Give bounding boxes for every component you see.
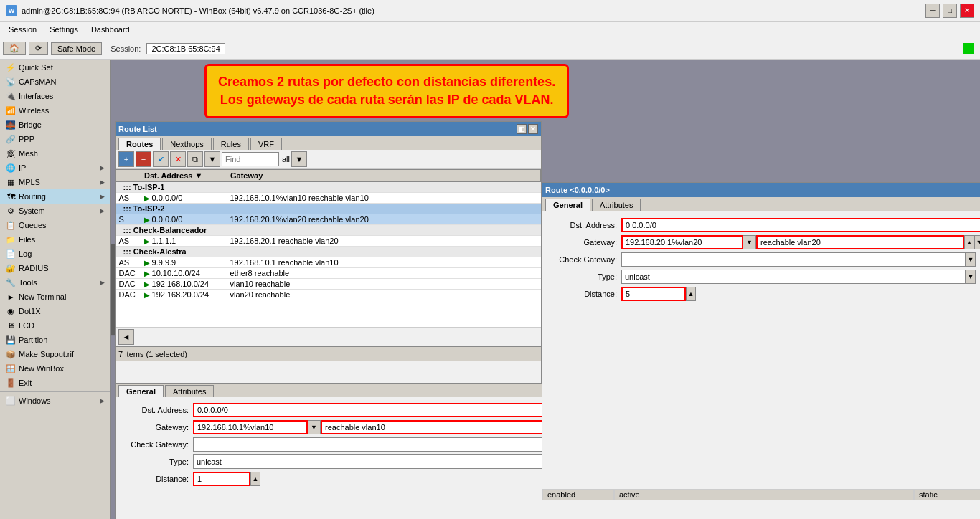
sidebar-item-queues[interactable]: 📋 Queues (0, 218, 110, 232)
table-row[interactable]: DAC ▶ 10.10.10.0/24 ether8 reachable (116, 268, 541, 279)
re-gw-extra-input[interactable] (756, 235, 964, 249)
sidebar-item-mesh[interactable]: 🕸 Mesh (0, 146, 110, 161)
sidebar-item-system[interactable]: ⚙ System ▶ (0, 204, 110, 218)
sidebar-item-wireless[interactable]: 📶 Wireless (0, 103, 110, 118)
filter-button[interactable]: ▼ (204, 151, 220, 167)
route-edit-tab-attributes[interactable]: Attributes (592, 199, 641, 211)
table-row[interactable]: DAC ▶ 192.168.10.0/24 vlan10 reachable (116, 279, 541, 290)
route-group-alestra: ::: Check-Alestra (116, 247, 541, 257)
tab-vrf[interactable]: VRF (250, 138, 282, 150)
filter-dropdown-btn[interactable]: ▼ (291, 151, 307, 167)
sidebar-label-mpls: MPLS (19, 178, 40, 186)
add-route-button[interactable]: + (118, 151, 134, 167)
bottom-distance-input[interactable] (193, 472, 250, 486)
re-dst-row: Dst. Address: ▲ (550, 218, 980, 232)
bridge-icon: 🌉 (6, 120, 16, 130)
sidebar-item-files[interactable]: 📁 Files (0, 232, 110, 247)
sidebar-item-make-supout[interactable]: 📦 Make Supout.rif (0, 347, 110, 361)
session-label: Session: (110, 44, 141, 53)
terminal-icon: ▶ (6, 292, 16, 302)
route-list-close-btn[interactable]: ✕ (528, 124, 538, 134)
table-row[interactable]: AS ▶ 1.1.1.1 192.168.20.1 reachable vlan… (116, 236, 541, 247)
sidebar-item-interfaces[interactable]: 🔌 Interfaces (0, 89, 110, 103)
content-area: Creamos 2 rutas por defecto con distanci… (111, 60, 980, 519)
re-dist-scroll-up[interactable]: ▲ (686, 287, 696, 301)
re-distance-row: Distance: ▲ (550, 287, 980, 301)
copy-route-button[interactable]: ⧉ (187, 151, 203, 167)
bottom-gw-input[interactable] (193, 420, 308, 434)
sidebar-item-exit[interactable]: 🚪 Exit (0, 376, 110, 390)
group-label-balanceador: ::: Check-Balanceador (116, 225, 541, 236)
wireless-icon: 📶 (6, 105, 16, 115)
re-dst-input[interactable] (621, 218, 980, 232)
bottom-gw-extra-input[interactable] (321, 420, 565, 434)
route-gateway: 192.168.10.1 reachable vlan10 (227, 257, 541, 268)
sidebar-item-routing[interactable]: 🗺 Routing ▶ (0, 189, 110, 204)
bottom-tab-attributes[interactable]: Attributes (165, 385, 214, 397)
table-row[interactable]: ::: To-ISP-2 (116, 204, 541, 214)
sidebar-item-partition[interactable]: 💾 Partition (0, 333, 110, 347)
sidebar-item-windows[interactable]: ⬜ Windows ▶ (0, 394, 110, 408)
sidebar-item-bridge[interactable]: 🌉 Bridge (0, 118, 110, 132)
bottom-dist-scroll-up[interactable]: ▲ (250, 472, 260, 486)
safe-mode-button[interactable]: Safe Mode (51, 42, 102, 55)
route-list-resize-btn[interactable]: ◧ (517, 124, 527, 134)
re-gw-input[interactable] (621, 235, 743, 249)
group-label-alestra: ::: Check-Alestra (116, 247, 541, 257)
sidebar-item-radius[interactable]: 🔐 RADIUS (0, 261, 110, 275)
session-value: 2C:C8:1B:65:8C:94 (146, 43, 225, 54)
re-gw-dropdown[interactable]: ▼ (743, 235, 756, 249)
re-gw-scroll-dn[interactable]: ▼ (974, 235, 980, 249)
scroll-left-btn[interactable]: ◄ (118, 329, 134, 345)
route-group-isp1: ::: To-ISP-1 (116, 182, 541, 193)
menu-session[interactable]: Session (3, 24, 42, 35)
table-row[interactable]: AS ▶ 9.9.9.9 192.168.10.1 reachable vlan… (116, 257, 541, 268)
remove-route-button[interactable]: − (136, 151, 151, 167)
refresh-button[interactable]: ⟳ (29, 42, 48, 55)
bottom-check-gw-input[interactable] (193, 437, 584, 452)
bottom-gw-label: Gateway: (121, 423, 193, 432)
sidebar-item-ip[interactable]: 🌐 IP ▶ (0, 161, 110, 175)
re-type-scroll-dn[interactable]: ▼ (966, 270, 976, 284)
sidebar-item-lcd[interactable]: 🖥 LCD (0, 318, 110, 333)
route-edit-tab-general[interactable]: General (545, 199, 590, 211)
app-icon: W (6, 5, 17, 16)
table-row[interactable]: DAC ▶ 192.168.20.0/24 vlan20 reachable (116, 290, 541, 300)
minimize-button[interactable]: ─ (925, 4, 940, 18)
bottom-tab-general[interactable]: General (118, 385, 164, 397)
re-chk-scroll-dn[interactable]: ▼ (966, 252, 976, 267)
close-button[interactable]: ✕ (960, 4, 974, 18)
re-type-input[interactable] (621, 270, 966, 284)
find-input[interactable] (222, 152, 279, 166)
bottom-gw-dropdown[interactable]: ▼ (308, 420, 321, 434)
sidebar-item-capsman[interactable]: 📡 CAPsMAN (0, 75, 110, 89)
sidebar-item-quick-set[interactable]: ⚡ Quick Set (0, 60, 110, 75)
cross-route-button[interactable]: ✕ (170, 151, 186, 167)
re-check-gw-input[interactable] (621, 252, 966, 267)
tab-routes[interactable]: Routes (118, 138, 161, 150)
sidebar-label-quick-set: Quick Set (19, 63, 53, 72)
menu-settings[interactable]: Settings (44, 24, 84, 35)
route-gateway: vlan20 reachable (227, 290, 541, 300)
check-route-button[interactable]: ✔ (153, 151, 169, 167)
sidebar-item-new-winbox[interactable]: 🪟 New WinBox (0, 361, 110, 376)
sidebar-item-log[interactable]: 📄 Log (0, 247, 110, 261)
sidebar-item-mpls[interactable]: ▦ MPLS ▶ (0, 175, 110, 189)
route-table: Dst. Address ▼ Gateway ::: To-ISP-1 AS ▶… (116, 169, 541, 327)
route-edit-status: enabled active static (542, 489, 980, 500)
sidebar-item-ppp[interactable]: 🔗 PPP (0, 132, 110, 146)
tab-rules[interactable]: Rules (213, 138, 249, 150)
table-row[interactable]: AS ▶ 0.0.0.0/0 192.168.10.1%vlan10 reach… (116, 193, 541, 204)
tab-nexthops[interactable]: Nexthops (162, 138, 211, 150)
sidebar-item-tools[interactable]: 🔧 Tools ▶ (0, 275, 110, 290)
route-edit-title-bar: Route <0.0.0.0/0> ✕ (542, 183, 980, 197)
table-row[interactable]: S ▶ 0.0.0.0/0 192.168.20.1%vlan20 reacha… (116, 214, 541, 225)
sidebar-item-dot1x[interactable]: ◉ Dot1X (0, 304, 110, 318)
menu-dashboard[interactable]: Dashboard (85, 24, 136, 35)
re-gw-scroll-up[interactable]: ▲ (964, 235, 974, 249)
re-distance-input[interactable] (621, 287, 686, 301)
sidebar-item-new-terminal[interactable]: ▶ New Terminal (0, 290, 110, 304)
bottom-type-input[interactable] (193, 454, 584, 469)
maximize-button[interactable]: □ (943, 4, 957, 18)
home-button[interactable]: 🏠 (3, 42, 26, 55)
